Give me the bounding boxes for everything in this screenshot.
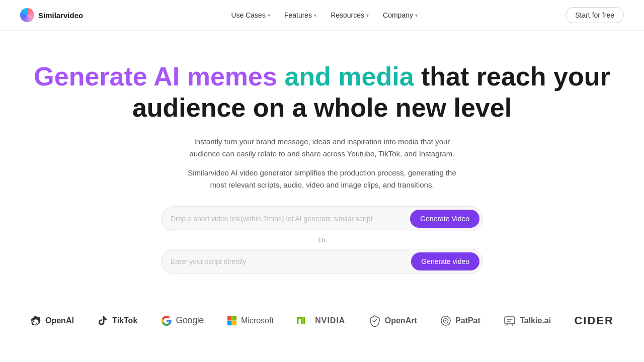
nav-links: Use Cases ▾ Features ▾ Resources ▾ Compa… xyxy=(231,11,418,19)
logo[interactable]: Similarvideo xyxy=(20,8,83,22)
tiktok-icon xyxy=(97,315,108,326)
nvidia-label: NVIDIA xyxy=(315,316,345,325)
input-section: Generate Video Or Generate video xyxy=(161,206,483,274)
leverage-section: Leverage the power of meme marketing at … xyxy=(0,347,644,362)
script-input[interactable] xyxy=(171,257,407,265)
hero-title: Generate AI memes and media that reach y… xyxy=(20,61,624,124)
google-icon xyxy=(161,315,172,326)
chevron-down-icon: ▾ xyxy=(366,13,369,18)
google-label: Google xyxy=(176,315,204,326)
video-link-row: Generate Video xyxy=(161,206,483,231)
logo-talkie: Talkie.ai xyxy=(504,315,551,327)
microsoft-label: Microsoft xyxy=(241,316,274,325)
navbar: Similarvideo Use Cases ▾ Features ▾ Reso… xyxy=(0,0,644,31)
logo-icon xyxy=(20,8,34,22)
nav-use-cases[interactable]: Use Cases ▾ xyxy=(231,11,270,19)
svg-marker-5 xyxy=(303,317,305,324)
logo-tiktok: TikTok xyxy=(97,315,137,326)
generate-video-button[interactable]: Generate Video xyxy=(410,210,479,228)
chevron-down-icon: ▾ xyxy=(268,13,270,18)
nvidia-icon xyxy=(297,316,311,326)
logo-nvidia: NVIDIA xyxy=(297,316,345,326)
logos-section: OpenAI TikTok Google xyxy=(0,294,644,347)
microsoft-icon xyxy=(227,316,237,326)
logo-openai: OpenAI xyxy=(30,315,74,326)
openai-icon xyxy=(30,315,41,326)
or-divider: Or xyxy=(161,236,483,244)
logo-cider: CIDER xyxy=(574,314,613,327)
openart-icon xyxy=(369,315,381,327)
svg-rect-1 xyxy=(232,316,236,321)
nav-features[interactable]: Features ▾ xyxy=(284,11,316,19)
patpat-icon xyxy=(440,315,451,326)
hero-desc-1: Instantly turn your brand message, ideas… xyxy=(181,136,463,160)
hero-title-and-media: and media xyxy=(284,62,421,91)
tiktok-label: TikTok xyxy=(112,316,137,325)
logo-text: Similarvideo xyxy=(38,11,83,20)
svg-rect-3 xyxy=(232,321,236,325)
cider-label: CIDER xyxy=(574,314,613,327)
hero-desc-2: Similarvideo AI video generator simplifi… xyxy=(181,167,463,191)
logo-patpat: PatPat xyxy=(440,315,480,326)
video-link-input[interactable] xyxy=(171,215,406,223)
nav-cta: Start for free xyxy=(566,7,624,23)
openai-label: OpenAI xyxy=(45,316,74,325)
script-row: Generate video xyxy=(161,249,483,274)
talkie-icon xyxy=(504,315,516,327)
logo-openart: OpenArt xyxy=(369,315,417,327)
logos-strip: OpenAI TikTok Google xyxy=(20,314,624,327)
patpat-label: PatPat xyxy=(455,316,480,325)
chevron-down-icon: ▾ xyxy=(314,13,316,18)
talkie-label: Talkie.ai xyxy=(520,316,551,325)
svg-point-8 xyxy=(445,320,447,321)
logo-microsoft: Microsoft xyxy=(227,316,274,326)
hero-title-generate: Generate AI memes xyxy=(34,62,284,91)
nav-company[interactable]: Company ▾ xyxy=(383,11,418,19)
svg-marker-4 xyxy=(297,317,303,324)
svg-rect-9 xyxy=(505,317,515,324)
chevron-down-icon: ▾ xyxy=(415,13,418,18)
start-for-free-button[interactable]: Start for free xyxy=(566,7,624,23)
hero-section: Generate AI memes and media that reach y… xyxy=(0,31,644,294)
svg-rect-0 xyxy=(227,316,232,321)
generate-script-button[interactable]: Generate video xyxy=(411,252,479,270)
openart-label: OpenArt xyxy=(385,316,417,325)
logo-google: Google xyxy=(161,315,204,326)
nav-resources[interactable]: Resources ▾ xyxy=(331,11,369,19)
svg-rect-2 xyxy=(227,321,232,325)
